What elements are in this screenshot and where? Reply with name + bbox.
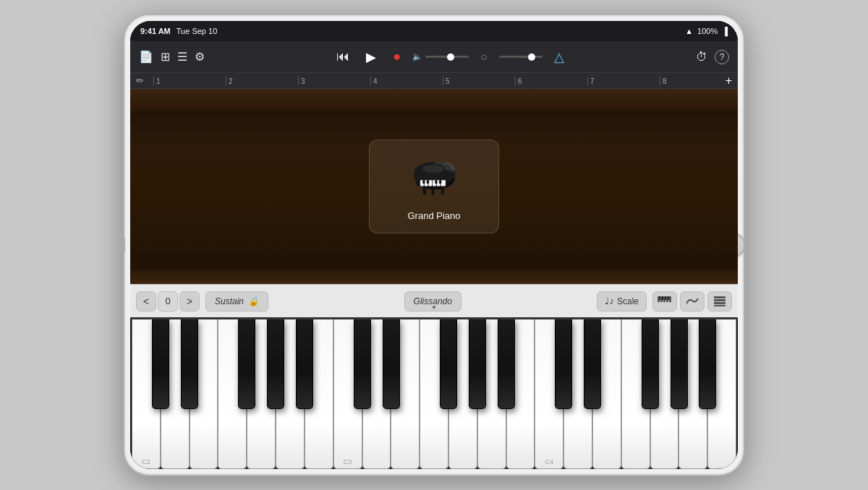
- volume-control[interactable]: 🔈: [412, 52, 469, 61]
- svg-rect-28: [714, 305, 726, 306]
- rewind-button[interactable]: ⏮: [336, 49, 349, 64]
- ruler-mark-7: 7: [587, 77, 660, 85]
- svg-rect-20: [669, 296, 671, 302]
- timeline-ruler: ✏ 1 2 3 4 5 6 7 8 +: [130, 73, 738, 89]
- battery-icon: ▐: [722, 27, 728, 35]
- settings-panel-button[interactable]: [707, 291, 732, 311]
- octave-down-button[interactable]: <: [136, 291, 156, 311]
- instrument-name[interactable]: Grand Piano: [408, 210, 461, 221]
- svg-rect-27: [714, 302, 726, 304]
- glissando-indicator: [433, 306, 435, 309]
- master-slider-thumb: [528, 53, 535, 61]
- piano-black-key[interactable]: [469, 319, 486, 409]
- svg-rect-11: [422, 180, 425, 184]
- track-view-icon[interactable]: ⊞: [161, 50, 170, 64]
- piano-black-key[interactable]: [267, 319, 284, 409]
- svg-rect-3: [431, 189, 434, 194]
- svg-point-15: [422, 165, 443, 173]
- toolbar-left: 📄 ⊞ ☰ ⚙: [139, 50, 205, 64]
- piano-black-key[interactable]: [354, 319, 371, 409]
- controls-right-group: [652, 291, 732, 311]
- pencil-tool[interactable]: ✏: [136, 75, 144, 86]
- svg-rect-1: [422, 187, 426, 194]
- toolbar: 📄 ⊞ ☰ ⚙ ⏮ ▶ ● 🔈: [130, 41, 738, 73]
- piano-black-key[interactable]: [440, 319, 457, 409]
- count-in-button[interactable]: ○: [480, 51, 488, 64]
- panel-icon: [714, 296, 726, 306]
- ruler-numbers: 1 2 3 4 5 6 7 8: [150, 77, 732, 85]
- ruler-mark-6: 6: [515, 77, 587, 85]
- wood-top-decoration: [130, 89, 738, 111]
- svg-rect-25: [714, 296, 726, 298]
- wood-bottom-decoration: [130, 270, 738, 284]
- add-track-button[interactable]: +: [726, 74, 732, 87]
- instrument-card[interactable]: Grand Piano: [369, 139, 499, 233]
- piano-black-key[interactable]: [152, 319, 169, 409]
- piano-black-key[interactable]: [555, 319, 572, 409]
- battery-indicator: 100%: [697, 27, 718, 35]
- wifi-icon: ▲: [685, 27, 693, 35]
- new-document-icon[interactable]: 📄: [139, 50, 153, 64]
- volume-low-icon: 🔈: [412, 52, 422, 61]
- sustain-lock-icon: 🔒: [248, 296, 259, 306]
- piano-black-key[interactable]: [383, 319, 400, 409]
- piano-black-key[interactable]: [671, 319, 688, 409]
- octave-control: < 0 >: [136, 291, 200, 311]
- keyboard-layout-icon: [658, 296, 672, 306]
- toolbar-center: ⏮ ▶ ● 🔈 ○: [212, 47, 689, 67]
- volume-slider-thumb: [447, 53, 454, 61]
- piano-black-key[interactable]: [238, 319, 255, 409]
- mixer-icon[interactable]: ⚙: [195, 50, 205, 64]
- status-bar: 9:41 AM Tue Sep 10 ▲ 100% ▐: [130, 21, 738, 41]
- octave-value: 0: [158, 291, 178, 311]
- ruler-mark-8: 8: [660, 77, 732, 85]
- help-button[interactable]: ?: [715, 50, 729, 64]
- sustain-button[interactable]: Sustain 🔒: [205, 291, 268, 311]
- svg-rect-22: [662, 296, 663, 300]
- svg-rect-24: [668, 296, 669, 300]
- keyboard-layout-button[interactable]: [652, 291, 677, 311]
- status-date: Tue Sep 10: [176, 27, 217, 35]
- status-time: 9:41 AM: [140, 27, 171, 35]
- piano-black-key[interactable]: [584, 319, 601, 409]
- ruler-mark-3: 3: [298, 77, 370, 85]
- ruler-mark-5: 5: [443, 77, 515, 85]
- piano-icon-container: [409, 152, 459, 203]
- master-volume-control[interactable]: [499, 56, 542, 58]
- arpeggio-icon: [685, 296, 699, 306]
- piano-black-key[interactable]: [181, 319, 198, 409]
- piano-black-key[interactable]: [296, 319, 313, 409]
- piano-keyboard[interactable]: C2 C3: [130, 317, 738, 469]
- scale-icon: ♩♪: [605, 296, 614, 306]
- arpeggio-button[interactable]: [680, 291, 705, 311]
- ruler-mark-1: 1: [153, 77, 226, 85]
- piano-black-key[interactable]: [642, 319, 659, 409]
- svg-rect-23: [665, 296, 666, 300]
- ruler-mark-2: 2: [226, 77, 298, 85]
- play-button[interactable]: ▶: [361, 47, 381, 67]
- side-button[interactable]: [123, 238, 125, 252]
- glissando-button[interactable]: Glissando: [404, 291, 461, 311]
- master-slider-track[interactable]: [499, 56, 542, 58]
- record-button[interactable]: ●: [393, 49, 401, 64]
- list-icon[interactable]: ☰: [177, 50, 187, 64]
- svg-rect-12: [426, 180, 428, 184]
- c2-label: C2: [142, 458, 150, 465]
- device-frame: 9:41 AM Tue Sep 10 ▲ 100% ▐ 📄 ⊞ ☰ ⚙: [123, 14, 745, 476]
- piano-black-key[interactable]: [699, 319, 716, 409]
- c4-label: C4: [545, 458, 554, 465]
- svg-rect-10: [441, 180, 446, 186]
- octave-up-button[interactable]: >: [179, 291, 200, 311]
- svg-rect-2: [441, 187, 444, 194]
- controls-bar: < 0 > Sustain 🔒 Glissando ♩♪ Scale: [130, 284, 738, 317]
- scale-button[interactable]: ♩♪ Scale: [597, 291, 647, 311]
- instrument-area: Grand Piano: [130, 89, 738, 284]
- svg-rect-13: [435, 180, 437, 184]
- toolbar-right: ⏱ ?: [696, 50, 729, 64]
- timer-button[interactable]: ⏱: [696, 51, 707, 64]
- status-right: ▲ 100% ▐: [685, 27, 728, 35]
- c3-label: C3: [344, 458, 352, 465]
- metronome-button[interactable]: △: [554, 49, 564, 65]
- volume-slider-track[interactable]: [425, 56, 469, 58]
- piano-black-key[interactable]: [498, 319, 515, 409]
